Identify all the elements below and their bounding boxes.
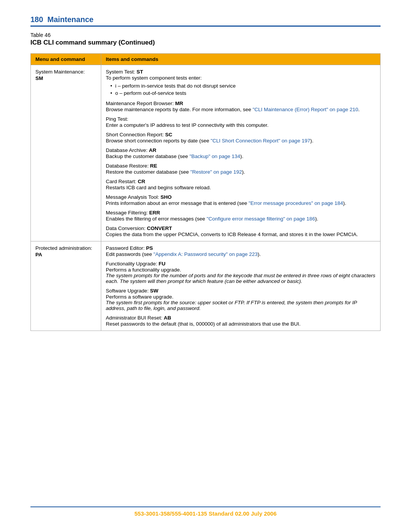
item-re-desc: Restore the customer database (see "Rest… [106,169,376,175]
footer-text: 553-3001-358/555-4001-135 Standard 02.00… [134,510,277,517]
item-ar-desc: Backup the customer database (see "Backu… [106,153,376,159]
item-cr-title: Card Restart: CR [106,179,376,184]
footer-rule [30,506,381,507]
item-database-archive: Database Archive: AR Backup the customer… [106,147,376,159]
item-err-desc: Enables the filtering of error messages … [106,216,376,222]
item-fu-title: Functionality Upgrade: FU [106,261,376,267]
item-err-title: Message Filtering: ERR [106,210,376,216]
bullet-item: i – perform in-service tests that do not… [110,82,376,89]
icb-cli-table: Menu and command Items and commands Syst… [30,53,381,331]
section-heading: 180 Maintenance [30,15,381,24]
item-ping-test: Ping Test: Enter a computer's IP address… [106,116,376,128]
item-bui-reset: Administrator BUI Reset: AB Reset passwo… [106,315,376,327]
col-menu-header: Menu and command [31,54,101,65]
item-system-test: System Test: ST To perform system compon… [106,69,376,97]
item-ab-title: Administrator BUI Reset: AB [106,315,376,321]
item-mr-desc: Browse maintenance reports by date. For … [106,107,376,112]
page-footer: 553-3001-358/555-4001-135 Standard 02.00… [0,506,411,517]
item-convert-title: Data Conversion: CONVERT [106,225,376,231]
header-rule [30,26,381,27]
item-sw-italic: The system first prompts for the source:… [106,300,376,311]
link-cli-short-connection[interactable]: "CLI Short Connection Report" on page 19… [210,138,310,144]
link-backup[interactable]: "Backup" on page 134 [190,153,240,159]
table-header-row: Menu and command Items and commands [31,54,381,65]
item-ps-desc: Edit passwords (see "Appendix A: Passwor… [106,251,376,257]
table-caption-title: ICB CLI command summary (Continued) [30,39,381,46]
page-header: 180 Maintenance Table 46 ICB CLI command… [30,15,381,46]
item-message-analysis: Message Analysis Tool: SHO Prints inform… [106,194,376,206]
link-cli-maintenance[interactable]: "CLI Maintenance (Error) Report" on page… [253,107,358,112]
item-ab-desc: Reset passwords to the default (that is,… [106,321,376,327]
item-card-restart: Card Restart: CR Restarts ICB card and b… [106,179,376,190]
table-row: Protected administration: PA Password Ed… [31,241,381,331]
item-sho-title: Message Analysis Tool: SHO [106,194,376,200]
item-maintenance-report: Maintenance Report Browser: MR Browse ma… [106,101,376,112]
item-data-conversion: Data Conversion: CONVERT Copies the data… [106,225,376,237]
menu-label-line2: SM [35,75,96,81]
item-sho-desc: Prints information about an error messag… [106,200,376,206]
menu-label-pa-line2: PA [35,252,96,257]
item-fu-desc: Performs a functionality upgrade. [106,267,376,273]
link-password-security[interactable]: "Appendix A: Password security" on page … [153,251,258,257]
section-number: 180 [30,15,43,24]
item-cr-desc: Restarts ICB card and begins software re… [106,185,376,190]
item-sw-title: Software Upgrade: SW [106,288,376,294]
table-caption-number: Table 46 [30,32,381,38]
item-fu-italic: The system prompts for the number of por… [106,273,376,284]
item-sc-desc: Browse short connection reports by date … [106,138,376,144]
item-short-connection: Short Connection Report: SC Browse short… [106,132,376,144]
bullet-item: o – perform out-of-service tests [110,89,376,97]
item-convert-desc: Copies the data from the upper PCMCIA, c… [106,232,376,237]
link-restore[interactable]: "Restore" on page 192 [190,169,242,175]
item-software-upgrade: Software Upgrade: SW Performs a software… [106,288,376,311]
item-re-title: Database Restore: RE [106,163,376,169]
items-cell-pa: Password Editor: PS Edit passwords (see … [101,241,381,331]
item-sw-desc: Performs a software upgrade. [106,294,376,300]
system-test-bullets: i – perform in-service tests that do not… [110,82,376,97]
menu-label-pa-line1: Protected administration: [35,245,96,251]
menu-label-line1: System Maintenance: [35,69,96,75]
col-items-header: Items and commands [101,54,381,65]
item-system-test-desc: To perform system component tests enter: [106,75,376,81]
table-row: System Maintenance: SM System Test: ST T… [31,65,381,241]
item-password-editor: Password Editor: PS Edit passwords (see … [106,245,376,257]
menu-cell-sm: System Maintenance: SM [31,65,101,241]
item-ping-desc: Enter a computer's IP address to test IP… [106,122,376,128]
item-system-test-title: System Test: ST [106,69,376,75]
link-error-message[interactable]: "Error message procedures" on page 184 [249,200,343,206]
menu-cell-pa: Protected administration: PA [31,241,101,331]
item-message-filtering: Message Filtering: ERR Enables the filte… [106,210,376,222]
item-functionality-upgrade: Functionality Upgrade: FU Performs a fun… [106,261,376,284]
item-database-restore: Database Restore: RE Restore the custome… [106,163,376,175]
item-ps-title: Password Editor: PS [106,245,376,251]
item-mr-title: Maintenance Report Browser: MR [106,101,376,106]
items-cell-sm: System Test: ST To perform system compon… [101,65,381,241]
item-ping-title: Ping Test: [106,116,376,122]
page-container: 180 Maintenance Table 46 ICB CLI command… [0,0,411,532]
item-sc-title: Short Connection Report: SC [106,132,376,137]
section-title: Maintenance [48,15,94,24]
link-configure-error[interactable]: "Configure error message filtering" on p… [207,216,315,222]
item-ar-title: Database Archive: AR [106,147,376,153]
